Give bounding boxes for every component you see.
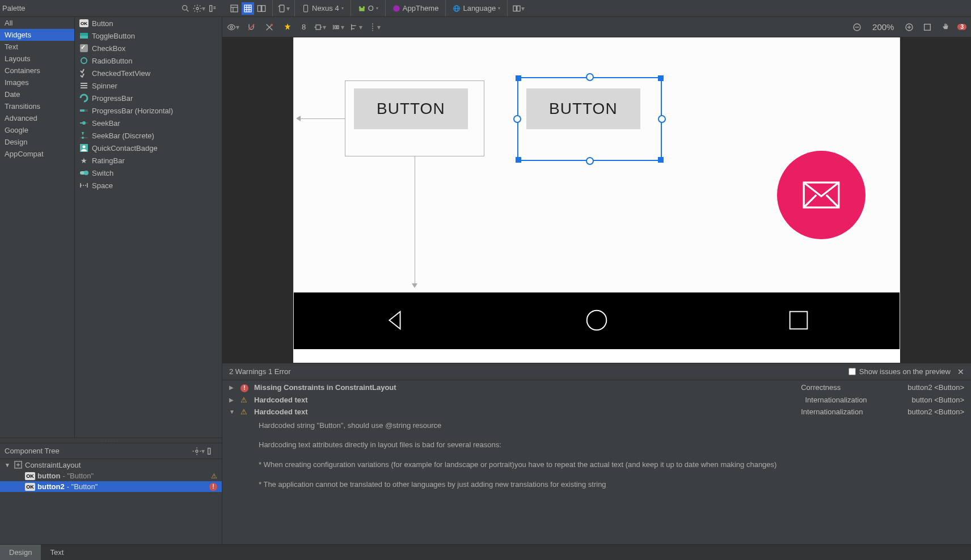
- device-selector[interactable]: Nexus 4▾: [299, 3, 346, 14]
- zoom-out-icon[interactable]: [851, 21, 863, 33]
- palette-item-seekbar[interactable]: SeekBar: [75, 117, 222, 129]
- zoom-fit-icon[interactable]: [921, 21, 934, 33]
- palette-cat-text[interactable]: Text: [0, 41, 74, 53]
- error-count-badge[interactable]: 3: [957, 24, 966, 30]
- config-toolbar: Palette ▾ ▾ Nexus 4▾ O▾: [0, 0, 971, 17]
- palette-item-radiobutton[interactable]: RadioButton: [75, 54, 222, 67]
- issue-row[interactable]: ▶ ! Missing Constraints in ConstraintLay…: [222, 381, 971, 394]
- guideline-icon[interactable]: ▾: [368, 21, 381, 33]
- palette-item-progressbar-h[interactable]: ProgressBar (Horizontal): [75, 104, 222, 117]
- component-tree: ▼ ConstraintLayout OK button - "Button" …: [0, 459, 222, 544]
- palette-cat-appcompat[interactable]: AppCompat: [0, 148, 74, 160]
- fab-email[interactable]: [777, 151, 866, 239]
- radio-icon: [79, 56, 88, 65]
- infer-constraints-icon[interactable]: [281, 21, 294, 33]
- component-tree-header: Component Tree ▾: [0, 443, 222, 459]
- tab-design[interactable]: Design: [0, 545, 41, 560]
- gear-icon[interactable]: ▾: [192, 445, 205, 457]
- default-margin-value[interactable]: 8: [299, 23, 308, 31]
- svg-point-51: [230, 26, 233, 28]
- nav-recent-icon[interactable]: [786, 307, 812, 335]
- palette-item-space[interactable]: Space: [75, 179, 222, 192]
- button2-selection[interactable]: [517, 77, 662, 161]
- api-selector[interactable]: O▾: [356, 4, 381, 12]
- issue-row[interactable]: ▶ ⚠ Hardcoded text Internationalization …: [222, 394, 971, 406]
- collapse-icon[interactable]: [205, 445, 217, 457]
- palette-item-progressbar[interactable]: ProgressBar: [75, 92, 222, 104]
- palette-cat-all[interactable]: All: [0, 17, 74, 29]
- palette-item-quickcontact[interactable]: QuickContactBadge: [75, 142, 222, 154]
- pan-icon[interactable]: [939, 21, 952, 33]
- palette-item-button[interactable]: OKButton: [75, 17, 222, 29]
- svg-point-40: [83, 146, 86, 149]
- search-icon[interactable]: [179, 2, 192, 15]
- palette-cat-design[interactable]: Design: [0, 136, 74, 148]
- align-icon[interactable]: ▾: [350, 21, 362, 33]
- palette-title: Palette: [2, 4, 178, 12]
- palette-item-ratingbar[interactable]: ★RatingBar: [75, 154, 222, 167]
- zoom-in-icon[interactable]: [903, 21, 915, 33]
- tree-root[interactable]: ▼ ConstraintLayout: [0, 459, 222, 470]
- locale-selector[interactable]: Language▾: [450, 4, 503, 12]
- pack-icon[interactable]: ▾: [332, 21, 344, 33]
- svg-rect-33: [80, 109, 85, 112]
- design-surface-icon[interactable]: [228, 2, 240, 15]
- palette-item-checkbox[interactable]: CheckBox: [75, 42, 222, 54]
- show-issues-checkbox[interactable]: Show issues on the preview: [848, 367, 951, 376]
- margin-icon[interactable]: ▾: [314, 21, 326, 33]
- both-surfaces-icon[interactable]: [255, 2, 268, 15]
- palette-cat-transitions[interactable]: Transitions: [0, 100, 74, 112]
- palette-item-togglebutton[interactable]: ToggleButton: [75, 29, 222, 42]
- palette-cat-images[interactable]: Images: [0, 77, 74, 88]
- issues-panel: 2 Warnings 1 Error Show issues on the pr…: [222, 363, 971, 544]
- palette-cat-widgets[interactable]: Widgets: [0, 29, 74, 41]
- palette-item-seekbar-d[interactable]: SeekBar (Discrete): [75, 129, 222, 142]
- left-panel: All Widgets Text Layouts Containers Imag…: [0, 17, 222, 544]
- tab-text[interactable]: Text: [41, 545, 73, 560]
- palette-cat-advanced[interactable]: Advanced: [0, 112, 74, 124]
- svg-rect-17: [304, 5, 308, 12]
- tree-child-button2[interactable]: OK button2 - "Button" !: [0, 481, 222, 492]
- palette-item-spinner[interactable]: Spinner: [75, 79, 222, 92]
- nav-home-icon[interactable]: [584, 307, 610, 335]
- svg-rect-9: [244, 5, 251, 12]
- palette-cat-layouts[interactable]: Layouts: [0, 53, 74, 65]
- editor-tabs: Design Text: [0, 544, 971, 560]
- eye-icon[interactable]: ▾: [227, 21, 239, 33]
- theme-selector[interactable]: AppTheme: [390, 4, 441, 12]
- device-frame: BUTTON BUTTON: [293, 37, 900, 363]
- palette-cat-containers[interactable]: Containers: [0, 65, 74, 77]
- svg-rect-15: [262, 5, 265, 11]
- palette-item-switch[interactable]: Switch: [75, 167, 222, 179]
- svg-point-36: [82, 121, 86, 125]
- blueprint-icon[interactable]: [242, 2, 254, 15]
- clear-constraints-icon[interactable]: [263, 21, 276, 33]
- svg-point-21: [393, 5, 400, 12]
- svg-point-0: [183, 5, 187, 10]
- palette-cat-google[interactable]: Google: [0, 124, 74, 136]
- nav-back-icon[interactable]: [382, 307, 408, 335]
- svg-rect-56: [316, 25, 320, 29]
- tree-child-button[interactable]: OK button - "Button" ⚠: [0, 470, 222, 481]
- svg-rect-71: [924, 24, 931, 30]
- gear-icon[interactable]: ▾: [193, 2, 205, 15]
- palette-item-checkedtextview[interactable]: CheckedTextView: [75, 67, 222, 79]
- zoom-level[interactable]: 200%: [869, 22, 897, 32]
- collapse-icon[interactable]: [206, 2, 219, 15]
- issue-row[interactable]: ▼ ⚠ Hardcoded text Internationalization …: [222, 406, 971, 418]
- canvas-button1[interactable]: BUTTON: [354, 88, 468, 129]
- palette-cat-date[interactable]: Date: [0, 88, 74, 100]
- close-icon[interactable]: ✕: [957, 367, 964, 376]
- panel-resize-grip[interactable]: ::::::: [0, 438, 222, 443]
- variants-icon[interactable]: ▾: [512, 2, 525, 15]
- switch-icon: [79, 168, 88, 177]
- warning-icon: ⚠: [240, 408, 250, 416]
- design-canvas[interactable]: BUTTON BUTTON: [222, 37, 971, 363]
- error-icon: !: [209, 482, 217, 491]
- magnet-icon[interactable]: [245, 21, 257, 33]
- orientation-icon[interactable]: ▾: [277, 2, 290, 15]
- star-icon: ★: [79, 156, 88, 165]
- svg-rect-26: [517, 6, 520, 11]
- svg-point-42: [84, 171, 88, 175]
- svg-point-46: [196, 450, 198, 452]
